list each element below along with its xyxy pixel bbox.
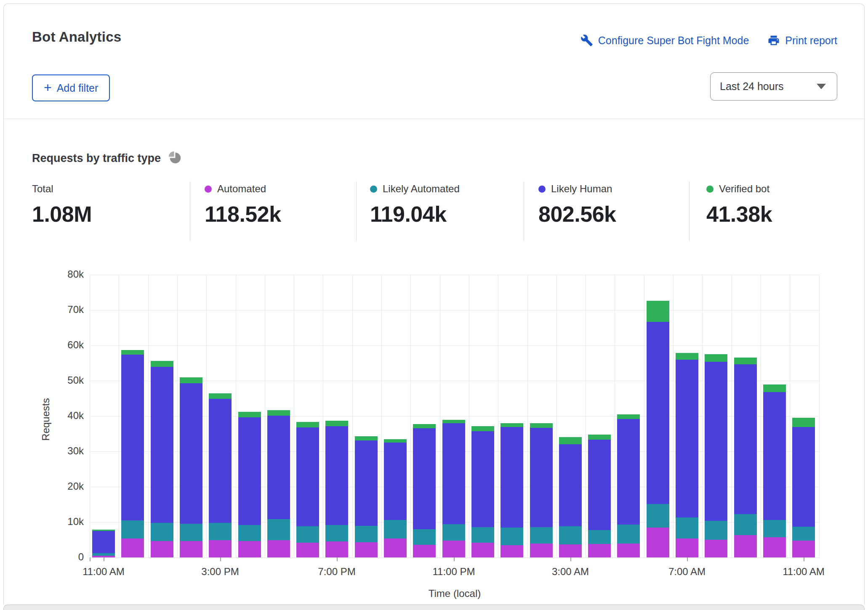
- bar-20[interactable]: [676, 353, 698, 557]
- print-report-link[interactable]: Print report: [767, 34, 837, 47]
- v-gridline: [790, 275, 790, 557]
- axis-tick: [220, 557, 221, 561]
- add-filter-button[interactable]: + Add filter: [32, 74, 110, 101]
- bar-15[interactable]: [530, 423, 553, 557]
- segment-likely-automated: [763, 520, 786, 537]
- x-tick-label: 7:00 PM: [318, 566, 355, 578]
- bar-10[interactable]: [384, 439, 407, 557]
- bar-12[interactable]: [442, 420, 465, 557]
- bar-2[interactable]: [151, 361, 173, 557]
- stat-automated-label: Automated: [217, 183, 266, 195]
- wrench-icon: [580, 34, 593, 47]
- bar-17[interactable]: [588, 435, 611, 557]
- print-link-label: Print report: [785, 34, 837, 47]
- bar-14[interactable]: [501, 423, 523, 557]
- segment-likely-automated: [471, 527, 494, 543]
- bot-analytics-screen: Bot Analytics Configure Super Bot Fight …: [0, 0, 868, 610]
- y-axis-labels: 010k20k30k40k50k60k70k80k: [4, 275, 84, 569]
- bar-18[interactable]: [617, 414, 640, 557]
- x-axis-labels: 11:00 AM3:00 PM7:00 PM11:00 PM3:00 AM7:0…: [90, 566, 820, 580]
- bar-1[interactable]: [121, 350, 144, 557]
- x-axis-title: Time (local): [90, 588, 820, 599]
- time-range-select[interactable]: Last 24 hours: [710, 72, 837, 101]
- bar-21[interactable]: [705, 354, 727, 557]
- page-title: Bot Analytics: [32, 29, 121, 45]
- bar-8[interactable]: [325, 421, 348, 557]
- segment-automated: [209, 540, 232, 557]
- segment-automated: [325, 541, 348, 557]
- next-section-edge: [3, 605, 865, 610]
- segment-verified-bot: [705, 354, 727, 362]
- bar-19[interactable]: [647, 301, 669, 557]
- x-tick-label: 3:00 AM: [552, 566, 589, 578]
- x-tick-label: 11:00 PM: [433, 566, 475, 578]
- segment-likely-automated: [267, 519, 290, 540]
- segment-automated: [267, 540, 290, 557]
- header-links: Configure Super Bot Fight Mode Print rep…: [580, 34, 837, 47]
- stat-divider: [190, 181, 190, 241]
- segment-likely-human: [180, 383, 202, 524]
- axis-tick: [90, 557, 91, 561]
- segment-automated: [442, 541, 465, 557]
- y-tick-label: 40k: [4, 410, 84, 422]
- bar-13[interactable]: [471, 426, 494, 557]
- segment-likely-human: [588, 440, 611, 530]
- bar-0[interactable]: [92, 530, 115, 557]
- configure-super-bot-fight-mode-link[interactable]: Configure Super Bot Fight Mode: [580, 34, 749, 47]
- segment-likely-human: [413, 428, 436, 529]
- bar-22[interactable]: [734, 358, 757, 557]
- y-tick-label: 10k: [4, 516, 84, 528]
- segment-likely-automated: [384, 520, 407, 538]
- section-title: Requests by traffic type: [32, 152, 161, 165]
- segment-automated: [734, 535, 757, 557]
- v-gridline: [498, 275, 498, 557]
- bar-16[interactable]: [559, 437, 582, 557]
- segment-verified-bot: [121, 350, 144, 355]
- segment-automated: [296, 543, 319, 557]
- segment-likely-human: [705, 362, 727, 521]
- segment-likely-automated: [734, 514, 757, 535]
- segment-likely-automated: [355, 526, 378, 542]
- v-gridline: [206, 275, 207, 557]
- y-tick-label: 80k: [4, 268, 84, 280]
- segment-automated: [792, 541, 815, 557]
- v-gridline: [819, 275, 820, 557]
- bar-11[interactable]: [413, 424, 436, 557]
- bar-4[interactable]: [209, 393, 232, 557]
- y-tick-label: 70k: [4, 304, 84, 316]
- segment-likely-automated: [209, 523, 232, 540]
- bar-23[interactable]: [763, 385, 786, 557]
- verified-bot-legend-dot: [706, 186, 714, 193]
- v-gridline: [265, 275, 265, 557]
- plot-area: [90, 275, 820, 557]
- segment-likely-human: [325, 426, 348, 525]
- stat-likely-automated-label: Likely Automated: [383, 183, 460, 195]
- printer-icon: [767, 34, 780, 47]
- time-range-value: Last 24 hours: [720, 80, 817, 93]
- segment-verified-bot: [617, 414, 640, 419]
- stat-likely-human: Likely Human 802.56k: [538, 182, 616, 227]
- bar-5[interactable]: [238, 412, 261, 557]
- stat-likely-automated-value: 119.04k: [370, 202, 460, 227]
- segment-verified-bot: [355, 436, 378, 440]
- x-tick-label: 11:00 AM: [83, 566, 125, 578]
- v-gridline: [644, 275, 644, 557]
- segment-likely-automated: [501, 528, 523, 545]
- segment-verified-bot: [180, 377, 202, 383]
- segment-automated: [180, 541, 202, 557]
- bar-9[interactable]: [355, 436, 378, 557]
- stat-verified-bot-label: Verified bot: [719, 183, 769, 195]
- bar-7[interactable]: [296, 422, 319, 557]
- segment-likely-human: [763, 392, 786, 520]
- segment-verified-bot: [442, 420, 465, 423]
- segment-automated: [617, 544, 640, 557]
- segment-verified-bot: [792, 418, 815, 427]
- segment-likely-automated: [296, 526, 319, 543]
- segment-verified-bot: [267, 410, 290, 416]
- bar-24[interactable]: [792, 418, 815, 557]
- bar-3[interactable]: [180, 377, 202, 557]
- v-gridline: [615, 275, 615, 557]
- bar-6[interactable]: [267, 410, 290, 557]
- segment-likely-human: [471, 431, 494, 527]
- segment-likely-human: [442, 423, 465, 524]
